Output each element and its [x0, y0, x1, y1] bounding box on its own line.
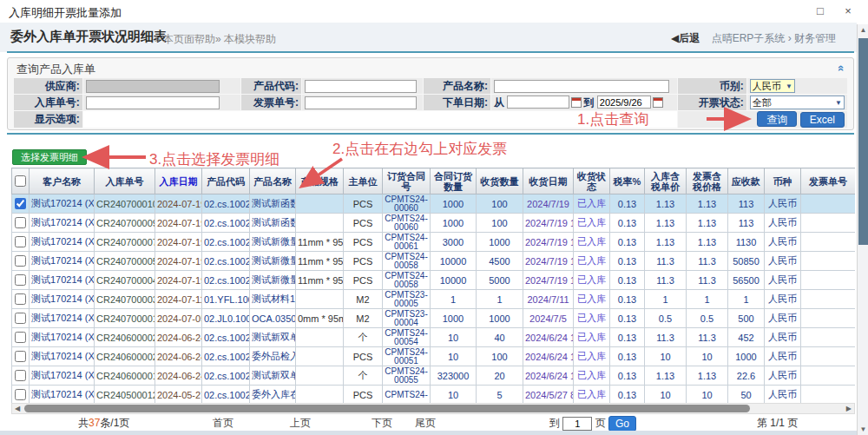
- row-checkbox[interactable]: [15, 198, 26, 209]
- row-checkbox-cell: [12, 252, 30, 271]
- cell-in-date: 2024-07-19: [155, 271, 202, 290]
- cell-contract-no: CPMTS23-00004: [383, 309, 431, 328]
- cell-product-code: 02.cs.100245: [202, 347, 250, 366]
- last-page-link[interactable]: 尾页: [415, 416, 436, 431]
- cell-currency: 人民币: [765, 366, 801, 386]
- breadcrumb-module[interactable]: 财务管理: [794, 32, 836, 44]
- close-icon[interactable]: ×: [837, 3, 859, 19]
- cell-spec: 0mm * 95m *: [296, 309, 344, 328]
- cell-customer-name: 测试170214 (XX): [30, 309, 95, 328]
- row-checkbox[interactable]: [15, 313, 26, 324]
- cell-invoice-price-taxed: 1.13: [687, 194, 728, 214]
- scroll-down-icon[interactable]: ▼: [858, 425, 868, 433]
- warehouse-no-input[interactable]: [86, 96, 220, 109]
- invoice-status-select[interactable]: 全部▼: [750, 96, 845, 109]
- go-button[interactable]: Go: [608, 416, 636, 432]
- vertical-scrollbar-thumb[interactable]: [858, 38, 868, 245]
- col-header-warehouse-no[interactable]: 入库单号: [95, 168, 155, 194]
- cell-contract-qty: 3000: [431, 233, 477, 252]
- currency-select[interactable]: 人民币▼: [750, 79, 795, 93]
- row-checkbox[interactable]: [15, 351, 26, 362]
- cell-unit: PCS: [344, 252, 383, 271]
- row-checkbox[interactable]: [15, 274, 26, 286]
- cell-product-name: 测试新微量领: [250, 271, 296, 290]
- col-header-in-date[interactable]: 入库日期: [155, 168, 202, 194]
- col-header-unit-price-taxed[interactable]: 入库含税单价: [645, 168, 687, 194]
- cell-in-date: 2024-07-19: [155, 214, 202, 233]
- col-header-customer-name[interactable]: 客户名称: [30, 168, 95, 194]
- row-checkbox[interactable]: [15, 293, 26, 305]
- back-button[interactable]: ◀后退: [671, 32, 700, 44]
- col-header-product-name[interactable]: 产品名称: [250, 168, 296, 194]
- row-checkbox[interactable]: [15, 255, 26, 267]
- excel-button[interactable]: Excel: [800, 112, 845, 128]
- cell-received-qty: 1000: [477, 233, 523, 252]
- col-header-contract-qty[interactable]: 合同订货数量: [431, 168, 477, 194]
- col-header-receivable[interactable]: 应收款: [728, 168, 765, 194]
- col-header-tax-rate[interactable]: 税率%: [610, 168, 645, 194]
- col-header-invoice-no[interactable]: 发票单号: [801, 168, 856, 194]
- help-page-link[interactable]: » 本页面帮助: [155, 32, 215, 47]
- cell-receive-date: 2024/6/24 16: [523, 347, 574, 366]
- cell-currency: 人民币: [765, 194, 801, 214]
- date-from-input[interactable]: [507, 96, 569, 109]
- cell-invoice-no: [801, 347, 856, 366]
- col-header-receive-date[interactable]: 收货日期: [523, 168, 574, 194]
- collapse-icon[interactable]: «: [835, 65, 848, 71]
- maximize-icon[interactable]: □: [809, 3, 832, 19]
- col-header-received-qty[interactable]: 收货数量: [477, 168, 523, 194]
- cell-currency: 人民币: [765, 233, 801, 252]
- product-name-input[interactable]: [494, 80, 669, 93]
- scroll-up-icon[interactable]: ▲: [858, 26, 868, 34]
- app-window: 入库明细开票批量添加 □ × 委外入库单开票状况明细表 » 本页面帮助 » 本模…: [0, 0, 868, 435]
- row-checkbox-cell: [12, 309, 30, 328]
- col-header-contract-no[interactable]: 订货合同号: [383, 168, 431, 194]
- horizontal-scrollbar[interactable]: ◀ ▶: [11, 403, 855, 414]
- calendar-icon[interactable]: [571, 97, 582, 108]
- product-code-input[interactable]: [305, 80, 417, 93]
- cell-product-code: 02.cs.100246: [202, 233, 250, 252]
- cell-warehouse-no: CR240500012: [95, 386, 155, 404]
- row-checkbox[interactable]: [15, 236, 26, 247]
- col-header-product-code[interactable]: 产品代码: [202, 168, 250, 194]
- row-checkbox[interactable]: [15, 370, 26, 381]
- cell-receive-date: 2024/7/11: [523, 290, 574, 309]
- row-checkbox[interactable]: [15, 389, 26, 400]
- vertical-scrollbar[interactable]: ▲ ▼: [857, 24, 868, 435]
- row-checkbox[interactable]: [15, 217, 26, 228]
- breadcrumb-system[interactable]: 点晴ERP子系统: [712, 32, 786, 44]
- select-all-checkbox[interactable]: [15, 175, 26, 187]
- help-module-link[interactable]: » 本模块帮助: [215, 32, 276, 47]
- next-page-link[interactable]: 下页: [372, 416, 392, 431]
- cell-product-code: 01.YFL.10000: [202, 290, 250, 309]
- cell-currency: 人民币: [765, 290, 801, 309]
- cell-receive-date: 2024/7/19 10: [523, 252, 574, 271]
- search-button[interactable]: 查询: [757, 111, 797, 127]
- cell-receivable: 1000: [728, 347, 765, 366]
- cell-receive-status: 已入库: [574, 309, 610, 328]
- cell-unit-price-taxed: 1.13: [645, 194, 687, 214]
- first-page-link[interactable]: 首页: [213, 416, 233, 431]
- row-checkbox[interactable]: [15, 332, 26, 343]
- col-header-currency[interactable]: 币种: [765, 168, 801, 194]
- prev-page-link[interactable]: 上页: [290, 416, 311, 431]
- cell-warehouse-no: CR240700009: [95, 214, 155, 233]
- horizontal-scrollbar-thumb[interactable]: [24, 405, 750, 412]
- scroll-left-icon[interactable]: ◀: [15, 404, 20, 413]
- supplier-input[interactable]: [86, 80, 220, 93]
- date-to-input[interactable]: [597, 96, 651, 109]
- row-checkbox-cell: [12, 386, 30, 404]
- col-header-receive-status[interactable]: 收货状态: [574, 168, 610, 194]
- cell-receivable: 56500: [728, 271, 765, 290]
- invoice-no-input[interactable]: [305, 96, 417, 109]
- cell-unit-price-taxed: 10: [645, 347, 687, 366]
- col-header-invoice-price-taxed[interactable]: 发票含税价格: [687, 168, 728, 194]
- row-checkbox-cell: [12, 194, 30, 214]
- col-header-unit[interactable]: 主单位: [344, 168, 383, 194]
- scroll-right-icon[interactable]: ▶: [846, 404, 852, 413]
- cell-product-name: 测试新微量领: [250, 233, 296, 252]
- calendar-icon[interactable]: [653, 97, 663, 108]
- cell-tax-rate: 0.13: [610, 366, 645, 386]
- goto-page-input[interactable]: [562, 417, 592, 431]
- section-divider: [7, 133, 854, 135]
